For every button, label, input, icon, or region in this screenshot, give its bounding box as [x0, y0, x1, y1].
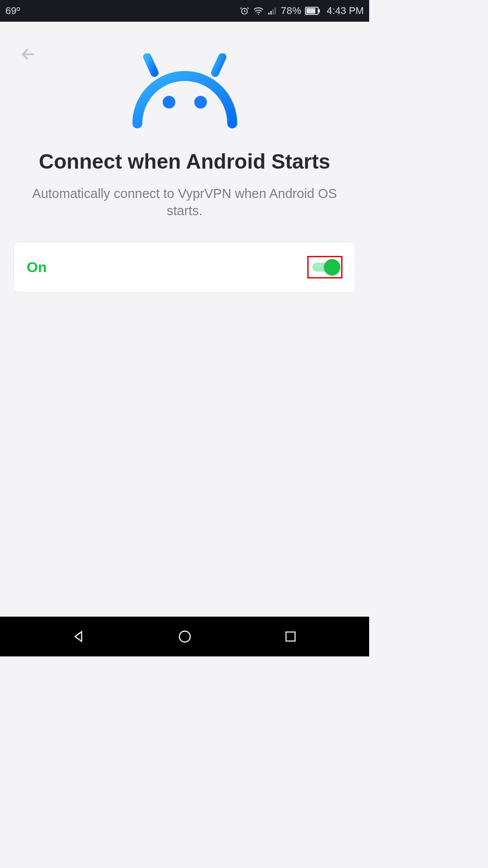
- battery-icon: [305, 7, 320, 15]
- svg-rect-7: [306, 8, 315, 14]
- back-button[interactable]: [17, 43, 39, 65]
- triangle-back-icon: [71, 629, 86, 644]
- wifi-icon: [253, 6, 264, 16]
- square-recent-icon: [284, 630, 297, 643]
- svg-rect-3: [270, 11, 272, 14]
- status-temperature: 69º: [5, 5, 20, 17]
- circle-home-icon: [178, 629, 192, 644]
- svg-line-10: [147, 57, 155, 73]
- nav-recent-button[interactable]: [263, 617, 318, 656]
- status-time: 4:43 PM: [327, 5, 364, 17]
- page-subtitle: Automatically connect to VyprVPN when An…: [14, 185, 356, 219]
- system-navigation-bar: [0, 617, 369, 656]
- page-content: Connect when Android Starts Automaticall…: [0, 22, 369, 617]
- svg-rect-2: [268, 13, 269, 15]
- page-title: Connect when Android Starts: [39, 149, 330, 174]
- arrow-left-icon: [19, 45, 37, 63]
- svg-line-11: [215, 57, 222, 73]
- svg-point-1: [258, 14, 259, 15]
- status-battery-percent: 78%: [281, 5, 302, 17]
- setting-state-label: On: [27, 259, 47, 276]
- nav-home-button[interactable]: [158, 617, 212, 656]
- status-bar: 69º 78%: [0, 0, 369, 22]
- nav-back-button[interactable]: [52, 617, 106, 656]
- svg-rect-4: [272, 9, 274, 14]
- svg-rect-5: [274, 8, 276, 15]
- svg-point-12: [163, 96, 175, 108]
- signal-icon: [267, 6, 277, 16]
- alarm-icon: [239, 6, 249, 16]
- svg-point-13: [194, 96, 207, 108]
- svg-point-14: [179, 631, 190, 642]
- android-icon: [128, 53, 241, 132]
- svg-rect-15: [286, 632, 295, 641]
- setting-toggle[interactable]: [312, 259, 340, 275]
- setting-card: On: [14, 242, 356, 292]
- svg-rect-8: [319, 9, 320, 13]
- highlight-annotation: [307, 256, 343, 278]
